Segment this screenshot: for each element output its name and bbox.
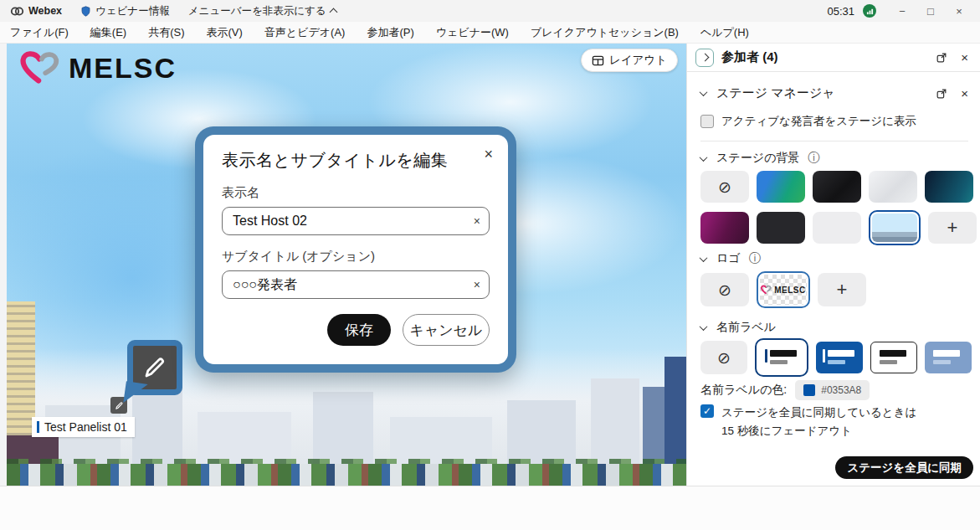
display-name-label: 表示名 <box>222 185 490 201</box>
layout-button[interactable]: レイアウト <box>581 49 678 72</box>
background-option-dark-gray[interactable] <box>757 212 805 244</box>
chevron-down-icon[interactable] <box>700 254 708 262</box>
pencil-icon <box>115 401 124 410</box>
name-label-options-row: ⊘ <box>700 338 968 377</box>
menu-help[interactable]: ヘルプ(H) <box>700 25 749 40</box>
cancel-button[interactable]: キャンセル <box>403 314 490 346</box>
name-label-color-row: 名前ラベルの色: #0353A8 <box>700 380 968 400</box>
background-option-light-gray[interactable] <box>813 212 861 244</box>
name-label-style2-option[interactable] <box>816 342 863 373</box>
sync-fade-row: ✓ ステージを全員に同期しているときは 15 秒後にフェードアウト <box>700 404 968 440</box>
info-icon[interactable]: ⓘ <box>749 251 761 266</box>
webinar-info-label: ウェビナー情報 <box>95 4 170 18</box>
panelist-name-text: Test Panelist 01 <box>44 420 127 434</box>
name-label-style1-selected[interactable] <box>755 338 808 377</box>
melsc-heart-icon <box>761 285 772 295</box>
logo-title: ロゴ <box>716 251 741 266</box>
stage-canvas: MELSC レイアウト Test Panelist 01 表示名とサブタイトルを… <box>7 44 686 486</box>
name-label-accent-bar <box>37 421 39 433</box>
background-option-dark-teal[interactable] <box>925 171 973 203</box>
sync-fade-checkbox[interactable]: ✓ <box>700 404 714 418</box>
save-button[interactable]: 保存 <box>327 314 391 346</box>
chevron-down-icon[interactable] <box>700 322 708 331</box>
shield-icon <box>80 5 91 18</box>
background-title: ステージの背景 <box>716 151 799 166</box>
clear-display-name-button[interactable]: × <box>467 214 480 228</box>
edit-name-dialog: 表示名とサブタイトルを編集 × 表示名 × サブタイトル (オプション) × 保… <box>195 126 516 373</box>
name-label-style3-option[interactable] <box>870 342 917 373</box>
meeting-time: 05:31 <box>827 5 854 18</box>
background-option-light[interactable] <box>869 171 917 203</box>
chevron-down-icon[interactable] <box>700 88 708 96</box>
menu-share[interactable]: 共有(S) <box>148 25 184 40</box>
close-panel-button[interactable]: × <box>961 50 968 64</box>
background-option-blue-green[interactable] <box>757 171 805 203</box>
background-section-header: ステージの背景 ⓘ <box>700 151 968 166</box>
sync-stage-button[interactable]: ステージを全員に同期 <box>835 456 973 479</box>
name-label-color-picker[interactable]: #0353A8 <box>795 380 870 400</box>
stage-brand-logo: MELSC <box>20 50 177 85</box>
layout-button-label: レイアウト <box>609 53 667 68</box>
webinar-info-button[interactable]: ウェビナー情報 <box>80 4 170 18</box>
add-background-button[interactable]: + <box>928 212 977 244</box>
logo-options-row: ⊘ MELSC + <box>700 271 968 308</box>
participants-panel: 参加者 (4) × ステージ マネージャ × アクティブな発言者をステージに表示… <box>686 44 980 486</box>
melsc-logo-thumbnail: MELSC <box>760 275 807 305</box>
window-close-button[interactable]: × <box>945 5 973 18</box>
background-none-option[interactable]: ⊘ <box>700 171 749 203</box>
add-logo-button[interactable]: + <box>818 273 866 306</box>
panel-collapse-button[interactable] <box>695 49 714 67</box>
active-speaker-label: アクティブな発言者をステージに表示 <box>721 114 916 129</box>
magnifier-tail <box>123 381 147 405</box>
chevron-right-icon <box>700 54 709 62</box>
sync-fade-line2: 15 秒後にフェードアウト <box>721 425 852 437</box>
active-speaker-row: アクティブな発言者をステージに表示 <box>700 114 968 129</box>
close-stage-manager-button[interactable]: × <box>961 86 968 100</box>
chevron-down-icon[interactable] <box>700 153 708 162</box>
name-label-title: 名前ラベル <box>716 320 776 335</box>
panel-header: 参加者 (4) × <box>687 44 980 72</box>
background-option-magenta[interactable] <box>700 212 749 244</box>
menu-audio-video[interactable]: 音声とビデオ(A) <box>264 25 346 40</box>
window-titlebar: Webex ウェビナー情報 メニューバーを非表示にする 05:31 − □ × <box>0 0 980 22</box>
logo-option-melsc-selected[interactable]: MELSC <box>757 271 810 308</box>
window-maximize-button[interactable]: □ <box>916 5 945 18</box>
brand-text: MELSC <box>69 52 177 85</box>
control-bar: ミュート解除 ビデオの開始 共有 録画 <box>0 486 980 530</box>
info-icon[interactable]: ⓘ <box>808 151 819 166</box>
dialog-close-button[interactable]: × <box>484 147 493 162</box>
webex-rings-icon <box>10 6 24 17</box>
popout-panel-button[interactable] <box>936 52 947 64</box>
popout-icon <box>936 52 947 64</box>
background-option-black[interactable] <box>813 171 861 203</box>
menu-view[interactable]: 表示(V) <box>207 25 243 40</box>
menu-breakout[interactable]: ブレイクアウトセッション(B) <box>531 25 679 40</box>
stage-manager-header: ステージ マネージャ × <box>700 85 968 101</box>
subtitle-input[interactable] <box>233 277 467 292</box>
active-speaker-checkbox[interactable] <box>700 115 714 128</box>
city-thumbnail <box>872 214 917 242</box>
hide-menubar-button[interactable]: メニューバーを非表示にする <box>188 4 336 18</box>
name-label-none-option[interactable]: ⊘ <box>700 341 747 374</box>
background-option-city-selected[interactable] <box>869 210 921 245</box>
pencil-magnifier-callout <box>127 340 182 395</box>
menu-participants[interactable]: 参加者(P) <box>367 25 413 40</box>
menu-edit[interactable]: 編集(E) <box>90 25 126 40</box>
logo-section-header: ロゴ ⓘ <box>700 251 968 266</box>
connection-status-icon <box>863 4 876 18</box>
background-thumbs-row1: ⊘ <box>700 171 968 203</box>
stage-manager-title: ステージ マネージャ <box>716 85 835 101</box>
display-name-input[interactable] <box>233 214 467 229</box>
menu-file[interactable]: ファイル(F) <box>10 25 69 40</box>
menu-webinar[interactable]: ウェビナー(W) <box>436 25 509 40</box>
subtitle-field-wrap: × <box>222 270 490 299</box>
window-minimize-button[interactable]: − <box>888 5 916 18</box>
sync-fade-line1: ステージを全員に同期しているときは <box>721 406 916 419</box>
name-label-style4-option[interactable] <box>925 342 972 373</box>
label-style-preview <box>758 342 805 373</box>
melsc-heart-icon <box>20 50 60 85</box>
pencil-icon-large <box>142 355 167 380</box>
popout-stage-manager-button[interactable] <box>936 88 947 100</box>
logo-none-option[interactable]: ⊘ <box>700 273 749 306</box>
clear-subtitle-button[interactable]: × <box>467 278 480 291</box>
